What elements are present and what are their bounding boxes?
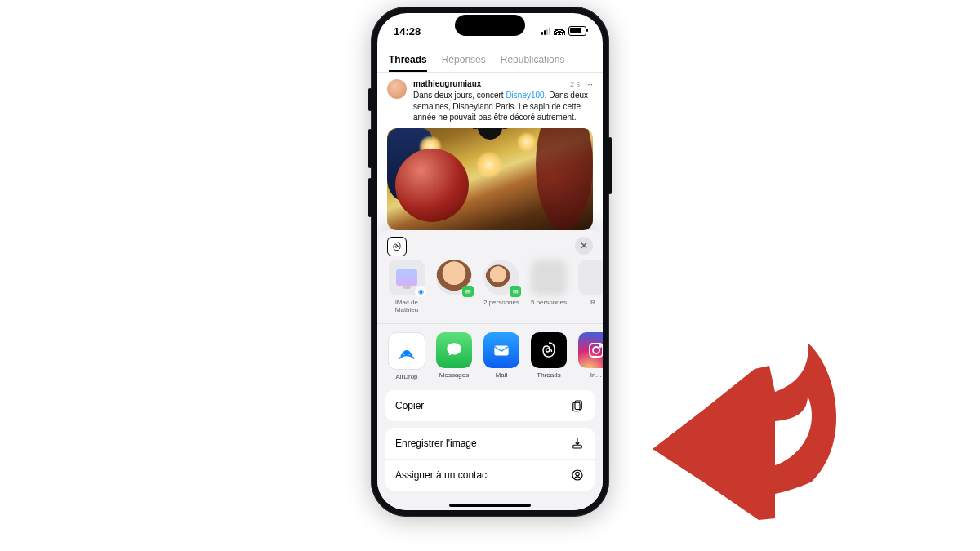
app-instagram[interactable]: In… xyxy=(577,332,603,380)
app-airdrop[interactable]: AirDrop xyxy=(387,332,426,380)
battery-icon xyxy=(568,26,586,36)
svg-rect-7 xyxy=(573,445,582,448)
messages-icon xyxy=(436,332,472,368)
annotation-arrow xyxy=(608,318,853,531)
messages-badge-icon: ✉ xyxy=(510,286,521,297)
phone-screen: 14:28 Threads Réponses Republications ma… xyxy=(377,13,603,510)
close-button[interactable]: ✕ xyxy=(575,237,593,255)
tab-bar: Threads Réponses Republications xyxy=(377,49,603,73)
separator xyxy=(377,323,603,324)
phone-side-button xyxy=(368,88,372,111)
dynamic-island xyxy=(455,15,525,36)
airdrop-icon xyxy=(388,332,425,370)
svg-point-4 xyxy=(599,345,601,347)
action-save-image[interactable]: Enregistrer l'image xyxy=(385,428,595,459)
instagram-icon xyxy=(578,332,603,368)
share-targets-row[interactable]: ◉ iMac de Mathieu ✉ ✉ 2 personnes 5 pers… xyxy=(377,237,603,320)
app-mail[interactable]: Mail xyxy=(482,332,521,380)
svg-point-9 xyxy=(576,472,580,476)
tab-threads[interactable]: Threads xyxy=(389,49,427,72)
post-text: Dans deux jours, concert Disney100. Dans… xyxy=(413,90,593,123)
action-copy[interactable]: Copier xyxy=(385,390,595,421)
post-age: 2 s xyxy=(570,80,580,88)
share-target-person[interactable]: ✉ xyxy=(434,260,474,299)
phone-side-button xyxy=(608,137,612,194)
phone-side-button xyxy=(368,129,372,168)
phone-side-button xyxy=(368,178,372,217)
share-target-more[interactable]: R… xyxy=(577,260,603,306)
post-link[interactable]: Disney100 xyxy=(506,91,544,100)
tab-reposts[interactable]: Republications xyxy=(501,49,565,72)
cellular-icon xyxy=(541,27,550,35)
ornament-red xyxy=(395,149,469,222)
share-sheet-app-icon xyxy=(387,237,407,256)
post: mathieugrumiaux 2 s ··· Dans deux jours,… xyxy=(377,73,603,123)
tree-branch xyxy=(536,128,593,231)
post-username[interactable]: mathieugrumiaux xyxy=(413,79,481,88)
save-icon xyxy=(570,436,585,451)
share-sheet: ✕ ◉ iMac de Mathieu ✉ ✉ 2 personnes 5 pe… xyxy=(377,230,603,510)
status-time: 14:28 xyxy=(394,25,421,38)
threads-icon xyxy=(531,332,567,368)
messages-badge-icon: ✉ xyxy=(462,286,474,297)
action-assign-contact[interactable]: Assigner à un contact xyxy=(385,459,595,491)
wifi-icon xyxy=(554,27,565,35)
share-target-group[interactable]: ✉ 2 personnes xyxy=(482,260,521,306)
post-image[interactable] xyxy=(387,128,593,231)
imac-icon xyxy=(396,269,417,286)
threads-icon xyxy=(391,241,403,252)
mail-icon xyxy=(483,332,519,368)
avatar[interactable] xyxy=(387,79,407,99)
iphone-frame: 14:28 Threads Réponses Republications ma… xyxy=(371,7,609,517)
share-apps-row[interactable]: AirDrop Messages Mail xyxy=(377,327,603,385)
copy-icon xyxy=(570,398,585,413)
home-indicator[interactable] xyxy=(449,504,531,507)
svg-rect-6 xyxy=(573,402,580,411)
share-target-group[interactable]: 5 personnes xyxy=(529,260,568,306)
svg-rect-5 xyxy=(575,401,581,410)
contact-icon xyxy=(570,468,585,482)
tab-replies[interactable]: Réponses xyxy=(442,49,486,72)
airdrop-badge-icon: ◉ xyxy=(415,286,426,297)
share-actions: Copier Enregistrer l'image Assig xyxy=(377,385,603,502)
app-messages[interactable]: Messages xyxy=(434,332,474,380)
app-threads[interactable]: Threads xyxy=(529,332,568,380)
svg-point-3 xyxy=(593,347,599,353)
share-target-airdrop-device[interactable]: ◉ iMac de Mathieu xyxy=(387,260,426,313)
